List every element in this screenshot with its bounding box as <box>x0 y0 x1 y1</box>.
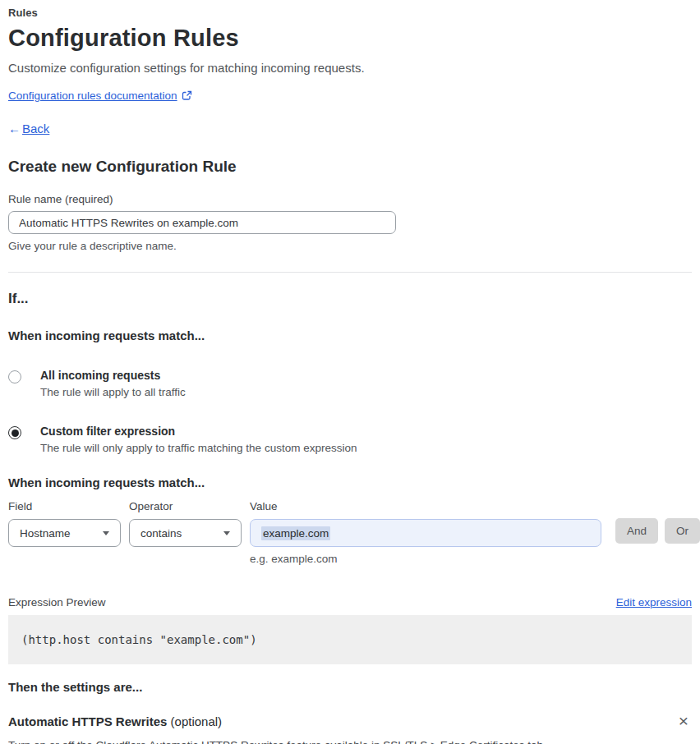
or-button[interactable]: Or <box>665 518 700 544</box>
breadcrumb: Rules <box>8 7 692 19</box>
value-input-text: example.com <box>261 526 330 540</box>
expression-preview-label: Expression Preview <box>8 596 106 609</box>
section-divider <box>8 272 692 273</box>
edit-expression-link[interactable]: Edit expression <box>616 596 692 609</box>
setting-description: Turn on or off the Cloudflare Automatic … <box>8 739 692 744</box>
match-title: When incoming requests match... <box>8 328 692 342</box>
expression-preview-box: (http.host contains "example.com") <box>8 615 692 664</box>
documentation-link[interactable]: Configuration rules documentation <box>8 90 177 102</box>
and-button[interactable]: And <box>615 518 658 544</box>
back-link[interactable]: Back <box>22 122 49 135</box>
configuration-rules-page: Rules Configuration Rules Customize conf… <box>0 0 700 744</box>
field-select[interactable]: Hostname <box>8 519 121 547</box>
operator-select-value: contains <box>140 527 182 540</box>
page-subtitle: Customize configuration settings for mat… <box>8 61 692 75</box>
field-label: Field <box>8 500 121 512</box>
value-input[interactable]: example.com <box>250 519 601 547</box>
if-title: If... <box>8 291 692 307</box>
external-link-icon <box>182 90 192 101</box>
value-label: Value <box>250 500 601 512</box>
operator-select[interactable]: contains <box>129 519 242 547</box>
value-helper: e.g. example.com <box>250 553 601 565</box>
radio-button-icon[interactable] <box>8 370 21 383</box>
create-rule-title: Create new Configuration Rule <box>8 158 692 176</box>
radio-option-label: Custom filter expression <box>40 425 357 438</box>
radio-option-custom-filter[interactable]: Custom filter expression The rule will o… <box>8 425 692 454</box>
rule-name-label: Rule name (required) <box>8 193 692 205</box>
field-select-value: Hostname <box>20 527 71 540</box>
setting-name-bold: Automatic HTTPS Rewrites <box>8 714 167 728</box>
radio-option-description: The rule will apply to all traffic <box>40 386 186 398</box>
radio-option-description: The rule will only apply to traffic matc… <box>40 442 357 454</box>
operator-column: Operator contains <box>129 500 242 547</box>
value-column: Value example.com e.g. example.com <box>250 500 601 565</box>
radio-option-all-requests[interactable]: All incoming requests The rule will appl… <box>8 369 692 398</box>
builder-title: When incoming requests match... <box>8 475 692 489</box>
operator-label: Operator <box>129 500 242 512</box>
close-icon[interactable]: × <box>675 714 692 728</box>
rule-name-helper: Give your rule a descriptive name. <box>8 240 692 252</box>
setting-optional-suffix: (optional) <box>171 714 223 728</box>
back-arrow-icon: ← <box>8 122 21 135</box>
radio-button-icon[interactable] <box>8 426 21 439</box>
expression-text: (http.host contains "example.com") <box>21 633 257 646</box>
settings-title: Then the settings are... <box>8 680 692 694</box>
chevron-down-icon <box>103 531 109 535</box>
setting-card-automatic-https-rewrites: Automatic HTTPS Rewrites (optional) × Tu… <box>8 714 692 744</box>
page-title: Configuration Rules <box>8 25 692 52</box>
rule-name-input[interactable] <box>8 211 396 234</box>
field-column: Field Hostname <box>8 500 121 547</box>
chevron-down-icon <box>223 531 230 535</box>
expression-builder-row: Field Hostname Operator contains Value e… <box>8 500 692 565</box>
radio-option-label: All incoming requests <box>40 369 186 382</box>
setting-name: Automatic HTTPS Rewrites (optional) <box>8 714 222 728</box>
